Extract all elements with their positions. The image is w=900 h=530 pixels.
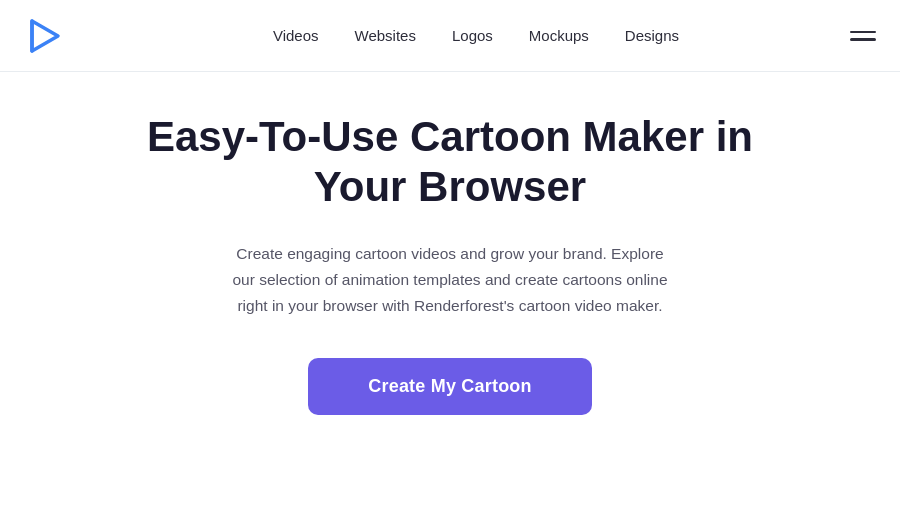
hero-section: Easy-To-Use Cartoon Maker in Your Browse… — [0, 72, 900, 445]
svg-marker-0 — [32, 21, 58, 51]
hero-subtitle: Create engaging cartoon videos and grow … — [230, 241, 670, 320]
nav-websites[interactable]: Websites — [355, 27, 416, 44]
nav-mockups[interactable]: Mockups — [529, 27, 589, 44]
nav-videos[interactable]: Videos — [273, 27, 319, 44]
hamburger-icon[interactable] — [850, 31, 876, 41]
nav-logos[interactable]: Logos — [452, 27, 493, 44]
hero-title: Easy-To-Use Cartoon Maker in Your Browse… — [140, 112, 760, 213]
navbar: Videos Websites Logos Mockups Designs — [0, 0, 900, 72]
nav-designs[interactable]: Designs — [625, 27, 679, 44]
nav-links: Videos Websites Logos Mockups Designs — [102, 27, 850, 44]
logo[interactable] — [24, 17, 62, 55]
create-my-cartoon-button[interactable]: Create My Cartoon — [308, 358, 591, 415]
